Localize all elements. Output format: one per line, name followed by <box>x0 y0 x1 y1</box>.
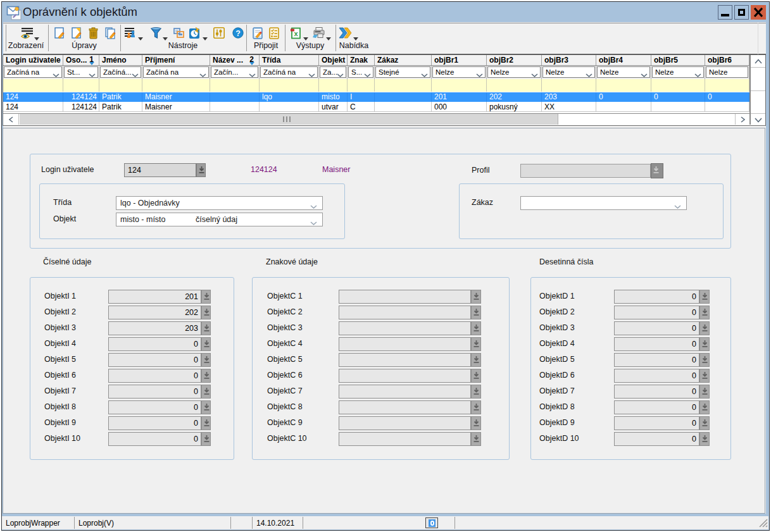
svg-text:x: x <box>294 30 298 37</box>
svg-text:?: ? <box>235 29 241 38</box>
